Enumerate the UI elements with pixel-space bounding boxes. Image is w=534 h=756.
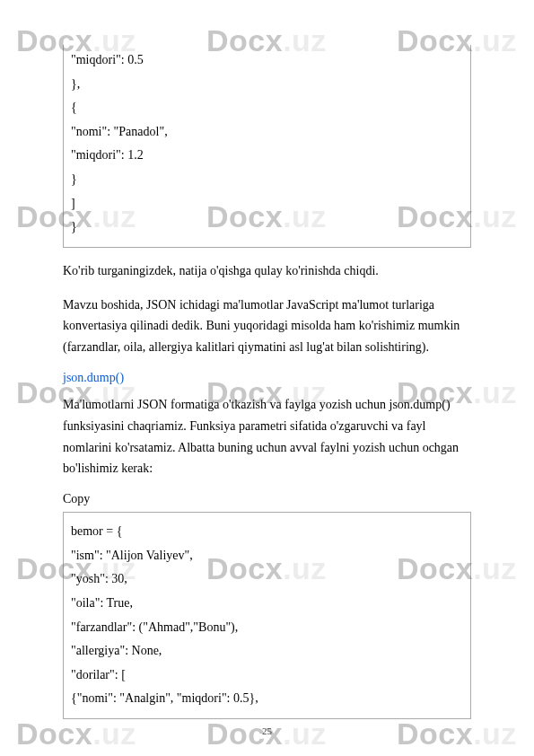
code-block: bemor = { "ism": "Alijon Valiyev", "yosh… — [63, 512, 471, 719]
paragraph: Ma'lumotlarni JSON formatiga o'tkazish v… — [63, 394, 471, 479]
code-line: "farzandlar": ("Ahmad","Bonu"), — [71, 616, 463, 640]
code-line: { — [71, 96, 463, 120]
copy-label: Copy — [63, 492, 471, 506]
code-line: "nomi": "Panadol", — [71, 120, 463, 145]
code-line: } — [71, 215, 463, 240]
code-line: ] — [71, 192, 463, 216]
code-line: "dorilar": [ — [71, 664, 463, 688]
code-line: "yosh": 30, — [71, 567, 463, 592]
code-line: }, — [71, 73, 463, 97]
code-continuation-box: "miqdori": 0.5 }, { "nomi": "Panadol", "… — [63, 45, 471, 248]
paragraph: Ko'rib turganingizdek, natija o'qishga q… — [63, 260, 471, 282]
page-content: "miqdori": 0.5 }, { "nomi": "Panadol", "… — [0, 0, 534, 746]
code-line: {"nomi": "Analgin", "miqdori": 0.5}, — [71, 687, 463, 711]
code-line: "oila": True, — [71, 592, 463, 616]
code-line: bemor = { — [71, 520, 463, 544]
code-line: "miqdori": 1.2 — [71, 144, 463, 168]
section-heading: json.dump() — [63, 371, 471, 385]
code-line: "ism": "Alijon Valiyev", — [71, 544, 463, 568]
paragraph: Mavzu boshida, JSON ichidagi ma'lumotlar… — [63, 294, 471, 358]
code-line: "allergiya": None, — [71, 639, 463, 664]
code-line: "miqdori": 0.5 — [71, 48, 463, 73]
code-line: } — [71, 168, 463, 192]
